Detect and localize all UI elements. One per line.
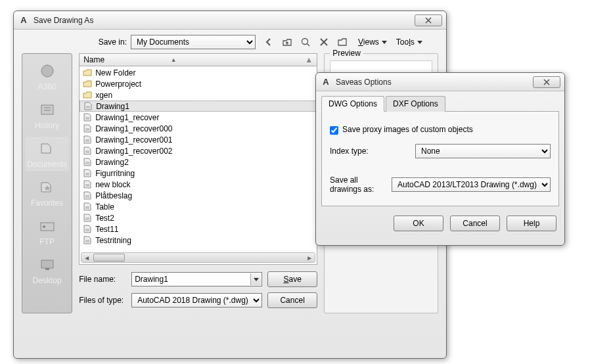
a360-icon	[35, 62, 59, 80]
help-button[interactable]: Help	[507, 216, 556, 231]
file-item[interactable]: Testritning	[79, 235, 317, 246]
index-type-combo[interactable]: None	[415, 144, 551, 158]
delete-icon[interactable]	[317, 35, 330, 49]
dwg-file-icon	[82, 225, 92, 234]
place-label: Favorites	[25, 198, 70, 208]
place-ftp[interactable]: FTP	[25, 214, 70, 249]
save-button[interactable]: Save	[267, 271, 317, 287]
file-item[interactable]: Test2	[79, 212, 317, 223]
file-item[interactable]: Drawing1	[79, 101, 317, 112]
chevron-down-icon	[382, 41, 387, 44]
place-documents[interactable]: Documents	[25, 137, 70, 171]
cancel-button[interactable]: Cancel	[267, 292, 317, 308]
files-of-type-combo[interactable]: AutoCAD 2018 Drawing (*.dwg)	[131, 293, 262, 307]
file-name: Table	[95, 202, 114, 212]
tab-dxf-options[interactable]: DXF Options	[386, 96, 445, 112]
file-name: Test2	[95, 214, 114, 223]
dwg-file-icon	[82, 113, 92, 122]
file-item[interactable]: Drawing1_recover002	[79, 145, 317, 156]
file-name: Drawing1_recover000	[95, 124, 172, 133]
dwg-file-icon	[82, 180, 92, 189]
place-label: A360	[25, 82, 70, 91]
file-item[interactable]: Drawing2	[79, 156, 317, 168]
search-web-icon[interactable]	[299, 35, 312, 49]
back-icon[interactable]	[262, 35, 275, 49]
saveas-options-dialog: A Saveas Options DWG Options DXF Options…	[315, 72, 565, 246]
file-name-label: File name:	[79, 275, 131, 284]
save-proxy-checkbox[interactable]	[330, 126, 338, 135]
save-proxy-label: Save proxy images of custom objects	[342, 125, 473, 134]
file-list[interactable]: New FolderPowerprojectxgenDrawing1Drawin…	[79, 66, 317, 265]
documents-icon	[35, 139, 59, 158]
options-tabs: DWG Options DXF Options	[321, 95, 559, 112]
cancel-button[interactable]: Cancel	[450, 216, 500, 231]
dwg-file-icon	[82, 236, 92, 245]
files-of-type-label: Files of type:	[79, 296, 131, 305]
file-item[interactable]: Powerproject	[79, 78, 317, 89]
file-name: Drawing1_recover001	[95, 135, 172, 145]
dwg-file-icon	[82, 202, 92, 212]
file-name-input[interactable]	[131, 272, 262, 286]
scrollbar-thumb[interactable]	[93, 254, 125, 262]
ok-button[interactable]: OK	[394, 216, 443, 231]
dwg-file-icon	[83, 102, 93, 111]
place-label: FTP	[25, 237, 70, 246]
svg-point-1	[41, 65, 53, 77]
dwg-file-icon	[82, 158, 92, 167]
file-item[interactable]: new block	[79, 179, 317, 190]
file-item[interactable]: Drawing1_recover000	[79, 123, 317, 134]
autocad-icon: A	[18, 14, 30, 26]
index-type-label: Index type:	[330, 147, 409, 156]
sort-asc-icon: ▲	[171, 57, 177, 63]
dwg-file-icon	[82, 214, 92, 223]
views-menu[interactable]: Views	[358, 37, 387, 47]
file-item[interactable]: Table	[79, 201, 317, 212]
place-desktop[interactable]: Desktop	[25, 253, 70, 288]
close-button[interactable]	[533, 76, 560, 88]
place-label: Documents	[25, 160, 70, 169]
place-history[interactable]: History	[25, 98, 70, 133]
dwg-file-icon	[82, 169, 92, 178]
options-dialog-titlebar[interactable]: A Saveas Options	[316, 73, 564, 91]
autocad-icon: A	[320, 76, 332, 88]
file-item[interactable]: New Folder	[79, 67, 317, 78]
save-in-combo[interactable]: My Documents	[131, 35, 256, 49]
file-item[interactable]: Drawing1_recover	[79, 112, 317, 123]
close-icon	[424, 16, 432, 24]
file-name: Test11	[95, 225, 118, 234]
file-item[interactable]: Figurritning	[79, 168, 317, 179]
history-icon	[35, 101, 59, 119]
horizontal-scrollbar[interactable]: ◄ ►	[81, 252, 315, 263]
options-dialog-title: Saveas Options	[336, 78, 533, 87]
place-a360[interactable]: A360	[25, 59, 70, 94]
close-button[interactable]	[415, 14, 442, 26]
file-item[interactable]: xgen	[79, 89, 317, 101]
tools-menu[interactable]: Tools	[396, 37, 422, 47]
place-favorites[interactable]: Favorites	[25, 175, 70, 210]
new-folder-icon[interactable]	[336, 35, 349, 49]
svg-rect-6	[45, 268, 49, 270]
save-dialog-titlebar[interactable]: A Save Drawing As	[14, 11, 446, 30]
dwg-file-icon	[82, 124, 92, 133]
save-all-combo[interactable]: AutoCAD 2013/LT2013 Drawing (*.dwg)	[392, 177, 551, 192]
file-list-header[interactable]: Name ▲ ▲	[79, 53, 317, 66]
up-folder-icon[interactable]	[281, 35, 294, 49]
file-name: Drawing1_recover002	[95, 147, 172, 156]
save-dialog-title: Save Drawing As	[34, 16, 415, 25]
column-name[interactable]: Name	[83, 55, 104, 64]
folder-icon	[82, 91, 92, 100]
chevron-down-icon[interactable]	[250, 273, 261, 285]
svg-rect-5	[41, 260, 53, 268]
file-name: xgen	[95, 91, 112, 100]
file-item[interactable]: Drawing1_recover001	[79, 134, 317, 145]
tab-dwg-options[interactable]: DWG Options	[321, 96, 384, 112]
preview-label: Preview	[330, 49, 363, 58]
file-item[interactable]: Test11	[79, 223, 317, 235]
file-name: Figurritning	[95, 169, 135, 178]
file-name: Drawing1_recover	[95, 113, 159, 122]
file-item[interactable]: Plåtbeslag	[79, 190, 317, 201]
file-name: Drawing2	[95, 158, 129, 167]
chevron-down-icon	[417, 41, 422, 44]
svg-rect-2	[41, 105, 53, 114]
place-label: History	[25, 121, 70, 130]
